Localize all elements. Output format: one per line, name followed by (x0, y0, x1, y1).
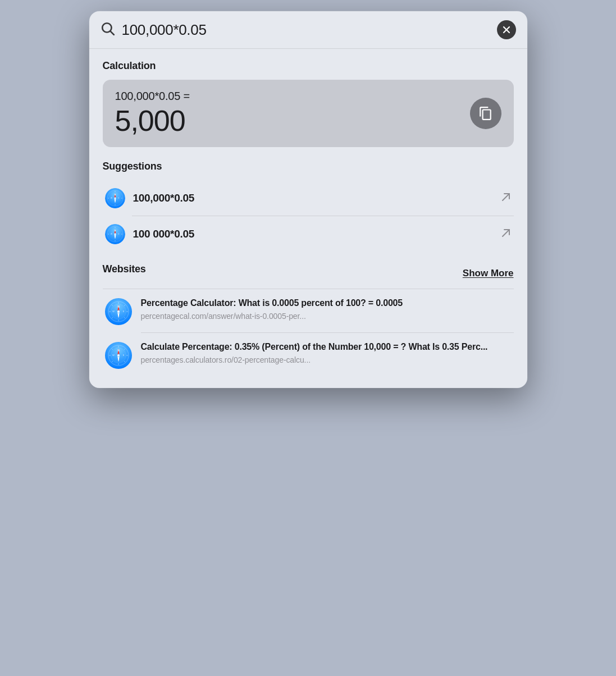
svg-text:N: N (117, 305, 119, 308)
clear-button[interactable] (497, 20, 516, 39)
suggestion-text-0: 100,000*0.05 (133, 192, 492, 204)
svg-point-12 (114, 198, 116, 199)
svg-text:S: S (114, 200, 115, 203)
calc-result: 5,000 (115, 105, 190, 137)
website-title-0: Percentage Calculator: What is 0.0005 pe… (141, 297, 512, 309)
website-safari-icon-0: N S E W (105, 298, 132, 325)
website-url-0: percentagecal.com/answer/what-is-0.0005-… (141, 312, 512, 321)
svg-text:E: E (118, 233, 119, 235)
svg-text:S: S (117, 358, 119, 361)
website-content-1: Calculate Percentage: 0.35% (Percent) of… (141, 341, 512, 364)
show-more-button[interactable]: Show More (463, 268, 514, 279)
svg-text:E: E (122, 354, 124, 357)
svg-text:W: W (112, 310, 115, 313)
svg-text:S: S (117, 314, 119, 317)
calc-content: 100,000*0.05 = 5,000 (115, 90, 190, 137)
svg-point-26 (114, 234, 116, 235)
search-input[interactable] (122, 21, 490, 39)
websites-header: Websites Show More (103, 263, 514, 283)
suggestion-item-1[interactable]: N S E W 100 000*0.05 (103, 216, 514, 252)
svg-text:W: W (111, 233, 112, 235)
svg-text:W: W (112, 354, 115, 357)
spotlight-window: Calculation 100,000*0.05 = 5,000 Suggest… (89, 11, 527, 388)
website-safari-icon-1: N S E W (105, 342, 132, 369)
websites-section: Websites Show More (103, 263, 514, 377)
website-item-1[interactable]: N S E W Calculate Percentage: 0.35% (Per… (103, 333, 514, 377)
results-area: Calculation 100,000*0.05 = 5,000 Suggest… (89, 49, 527, 388)
svg-text:N: N (117, 349, 119, 352)
copy-button[interactable] (470, 98, 501, 129)
website-title-1: Calculate Percentage: 0.35% (Percent) of… (141, 341, 512, 353)
svg-line-1 (110, 31, 113, 35)
calculation-box: 100,000*0.05 = 5,000 (103, 80, 514, 147)
website-item-0[interactable]: N S E W Percentage Calculator: What is 0… (103, 289, 514, 333)
website-url-1: percentages.calculators.ro/02-percentage… (141, 355, 512, 364)
svg-line-31 (503, 230, 509, 236)
suggestion-item-0[interactable]: N S E W 100,000*0.05 (103, 180, 514, 216)
suggestion-text-1: 100 000*0.05 (133, 228, 492, 240)
svg-point-63 (117, 354, 120, 357)
search-bar (89, 11, 527, 48)
svg-text:W: W (111, 197, 112, 199)
calc-expression: 100,000*0.05 = (115, 90, 190, 103)
arrow-icon-0 (500, 191, 512, 205)
svg-text:S: S (114, 236, 115, 239)
websites-title: Websites (103, 263, 146, 275)
svg-line-17 (503, 194, 509, 200)
search-icon (101, 21, 115, 38)
arrow-icon-1 (500, 227, 512, 241)
suggestions-section: Suggestions (103, 161, 514, 252)
website-content-0: Percentage Calculator: What is 0.0005 pe… (141, 297, 512, 321)
svg-text:E: E (122, 310, 124, 313)
svg-text:E: E (118, 197, 119, 199)
calculation-title: Calculation (103, 60, 514, 72)
safari-icon-1: N S E W (105, 224, 125, 244)
suggestions-title: Suggestions (103, 161, 514, 172)
svg-point-45 (117, 310, 120, 313)
safari-icon-0: N S E W (105, 188, 125, 208)
